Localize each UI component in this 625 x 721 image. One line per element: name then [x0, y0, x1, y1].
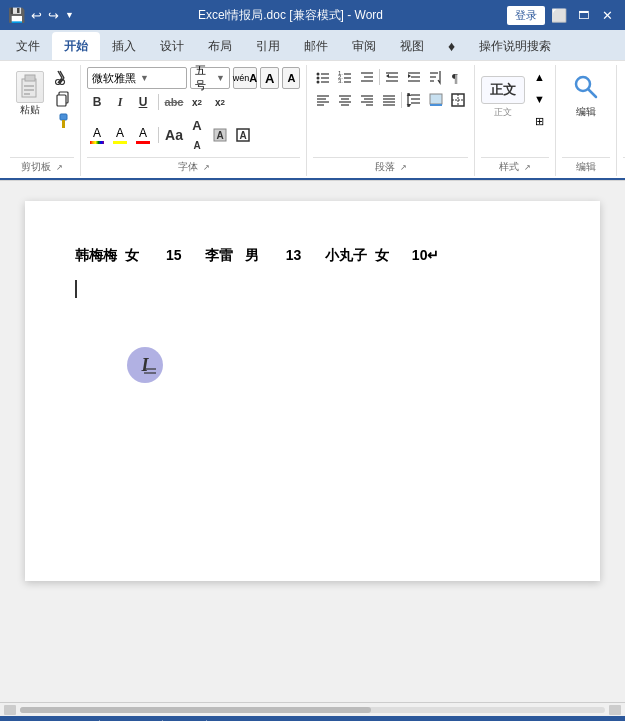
edit-group: 编辑 编辑: [558, 65, 617, 176]
styles-scroll-down[interactable]: ▼: [529, 89, 549, 109]
horizontal-scrollbar[interactable]: [0, 702, 625, 716]
find-label: 编辑: [576, 105, 596, 119]
italic-button[interactable]: I: [110, 92, 130, 112]
copy-button[interactable]: [52, 89, 74, 109]
styles-scroll-up[interactable]: ▲: [529, 67, 549, 87]
line-spacing-button[interactable]: [404, 90, 424, 110]
wen-button[interactable]: wén A: [233, 67, 257, 89]
tab-view[interactable]: 视图: [388, 32, 436, 60]
underline-button[interactable]: U: [133, 92, 153, 112]
clipboard-expand-icon[interactable]: ↗: [56, 163, 63, 172]
svg-text:A: A: [216, 130, 223, 141]
cursor-line: I: [75, 269, 550, 309]
maximize-icon[interactable]: 🗖: [573, 5, 593, 25]
font-name-arrow: ▼: [140, 73, 149, 83]
login-button[interactable]: 登录: [507, 6, 545, 25]
show-marks-button[interactable]: ¶: [448, 67, 468, 87]
font-name-selector[interactable]: 微软雅黑 ▼: [87, 67, 187, 89]
format-painter-button[interactable]: [52, 111, 74, 131]
strikethrough-button[interactable]: abc: [164, 92, 184, 112]
increase-indent-button[interactable]: [404, 67, 424, 87]
bullet-list-button[interactable]: [313, 67, 333, 87]
font-size-selector[interactable]: 五号 ▼: [190, 67, 230, 89]
paragraph-label: 段落 ↗: [313, 157, 468, 174]
styles-label: 样式 ↗: [481, 157, 549, 174]
tab-reference[interactable]: 引用: [244, 32, 292, 60]
font-group: 微软雅黑 ▼ 五号 ▼ wén A A A: [83, 65, 307, 176]
cursor-lines-icon: [143, 367, 157, 377]
quick-access-dropdown-icon[interactable]: ▼: [65, 10, 74, 20]
svg-line-67: [589, 90, 597, 98]
multilevel-list-button[interactable]: [357, 67, 377, 87]
svg-point-17: [317, 77, 320, 80]
paste-button[interactable]: 粘贴: [10, 67, 50, 121]
save-icon[interactable]: 💾: [8, 7, 25, 23]
char-shading-button[interactable]: A: [210, 125, 230, 145]
styles-expand-icon[interactable]: ↗: [524, 163, 531, 172]
svg-text:3.: 3.: [338, 78, 343, 84]
tab-search[interactable]: 操作说明搜索: [467, 32, 563, 60]
text-effects-button[interactable]: A: [87, 125, 107, 145]
font-size-increase-button[interactable]: A: [260, 67, 279, 89]
edit-content: 编辑: [562, 67, 610, 155]
window-title: Excel情报局.doc [兼容模式] - Word: [74, 7, 507, 24]
paste-icon: [16, 71, 44, 103]
undo-icon[interactable]: ↩: [31, 8, 42, 23]
ribbon-bottom-border: [0, 178, 625, 180]
tab-layout[interactable]: 布局: [196, 32, 244, 60]
paragraph-content: 1.2.3.: [313, 67, 468, 155]
redo-icon[interactable]: ↪: [48, 8, 59, 23]
font-expand-button[interactable]: Aa: [164, 125, 184, 145]
tab-review[interactable]: 审阅: [340, 32, 388, 60]
justify-button[interactable]: [379, 90, 399, 110]
decrease-indent-button[interactable]: [382, 67, 402, 87]
bold-button[interactable]: B: [87, 92, 107, 112]
clipboard-group: 粘贴 剪切板 ↗: [6, 65, 81, 176]
font-size-decrease-button[interactable]: A: [282, 67, 300, 89]
tab-help[interactable]: ♦: [436, 32, 467, 60]
font-label: 字体 ↗: [87, 157, 300, 174]
tab-home[interactable]: 开始: [52, 32, 100, 60]
svg-marker-33: [386, 74, 389, 78]
highlight-color-button[interactable]: A: [110, 125, 130, 145]
char-border-button[interactable]: A: [233, 125, 253, 145]
find-button[interactable]: 编辑: [562, 67, 610, 123]
scroll-track[interactable]: [20, 707, 605, 713]
numbered-list-button[interactable]: 1.2.3.: [335, 67, 355, 87]
tab-insert[interactable]: 插入: [100, 32, 148, 60]
paste-label: 粘贴: [20, 103, 40, 117]
svg-rect-10: [62, 120, 65, 128]
svg-text:A: A: [239, 130, 246, 141]
normal-style-button[interactable]: 正文: [481, 76, 525, 104]
scroll-right-btn[interactable]: [609, 705, 621, 715]
document-line1: 韩梅梅 女 15 李雷 男 13 小丸子 女 10↵: [75, 241, 550, 269]
align-right-button[interactable]: [357, 90, 377, 110]
sort-button[interactable]: [426, 67, 446, 87]
close-icon[interactable]: ✕: [597, 5, 617, 25]
combine-icon[interactable]: ⬜: [549, 5, 569, 25]
font-expand-icon[interactable]: ↗: [203, 163, 210, 172]
paragraph-expand-icon[interactable]: ↗: [400, 163, 407, 172]
tab-bar: 文件 开始 插入 设计 布局 引用 邮件 审阅 视图 ♦ 操作说明搜索: [0, 30, 625, 60]
scroll-thumb[interactable]: [20, 707, 371, 713]
align-center-button[interactable]: [335, 90, 355, 110]
document-page[interactable]: 韩梅梅 女 15 李雷 男 13 小丸子 女 10↵ I: [25, 201, 600, 581]
styles-expand[interactable]: ⊞: [529, 111, 549, 131]
cut-button[interactable]: [52, 67, 74, 87]
tab-file[interactable]: 文件: [4, 32, 52, 60]
superscript-button[interactable]: x2: [210, 92, 230, 112]
tab-mail[interactable]: 邮件: [292, 32, 340, 60]
scroll-left-btn[interactable]: [4, 705, 16, 715]
font-color-button[interactable]: A: [133, 125, 153, 145]
font-btn-A-small[interactable]: A: [187, 135, 207, 155]
shading-button[interactable]: [426, 90, 446, 110]
align-left-button[interactable]: [313, 90, 333, 110]
svg-rect-4: [24, 93, 30, 95]
subscript-button[interactable]: x2: [187, 92, 207, 112]
editor-area: 韩梅梅 女 15 李雷 男 13 小丸子 女 10↵ I: [0, 181, 625, 702]
tab-design[interactable]: 设计: [148, 32, 196, 60]
font-btn-A-big[interactable]: A: [187, 115, 207, 135]
svg-rect-1: [25, 75, 35, 81]
ribbon-content: 粘贴 剪切板 ↗: [0, 60, 625, 178]
borders-button[interactable]: [448, 90, 468, 110]
